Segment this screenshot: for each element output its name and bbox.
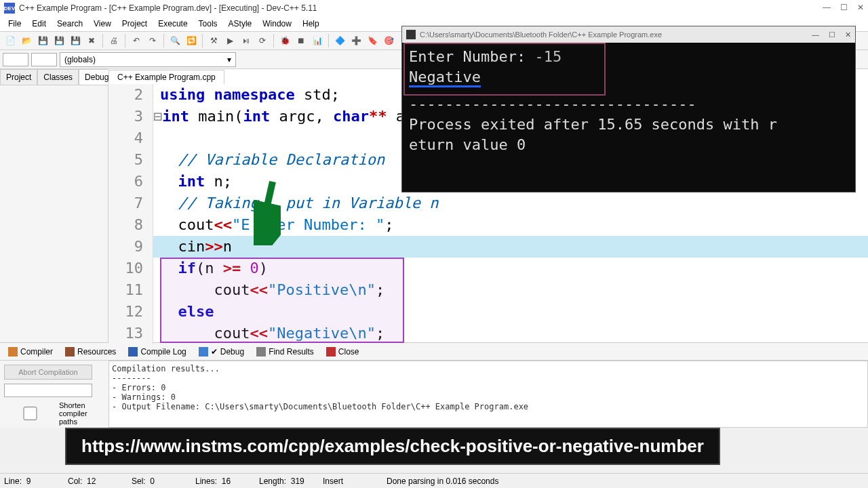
code-line[interactable]: 11 cout<<"Positive\n"; bbox=[108, 279, 868, 301]
console-window: C:\Users\smarty\Documents\Bluetooth Fold… bbox=[401, 26, 856, 192]
menu-view[interactable]: View bbox=[88, 18, 117, 30]
stop-icon[interactable]: ⏹ bbox=[294, 33, 309, 48]
compile-run-icon[interactable]: ⏯ bbox=[239, 33, 254, 48]
code-line[interactable]: 8 cout<<"E ter Number: "; bbox=[108, 214, 868, 236]
console-maximize-icon[interactable]: ☐ bbox=[829, 30, 835, 39]
console-minimize-icon[interactable]: — bbox=[812, 30, 819, 39]
find-icon[interactable]: 🔍 bbox=[167, 33, 182, 48]
console-prompt: Enter Number: bbox=[409, 48, 534, 65]
back-chip[interactable] bbox=[3, 53, 28, 66]
close-icon[interactable]: ✕ bbox=[857, 3, 864, 12]
compile-log-output[interactable]: Compilation results... -------- - Errors… bbox=[108, 361, 868, 428]
separator bbox=[163, 34, 164, 47]
tab-close[interactable]: Close bbox=[322, 346, 363, 358]
tab-resources[interactable]: Resources bbox=[61, 346, 120, 358]
maximize-icon[interactable]: ☐ bbox=[840, 3, 848, 12]
console-title-text: C:\Users\smarty\Documents\Bluetooth Fold… bbox=[420, 30, 662, 39]
compile-icon[interactable]: ⚒ bbox=[206, 33, 221, 48]
undo-icon[interactable]: ↶ bbox=[129, 33, 144, 48]
tab-find-results[interactable]: Find Results bbox=[252, 346, 318, 358]
print-icon[interactable]: 🖨 bbox=[106, 33, 121, 48]
console-exit-2: eturn value 0 bbox=[409, 135, 848, 155]
save-as-icon[interactable]: 💾 bbox=[68, 33, 83, 48]
tab-compile-log[interactable]: Compile Log bbox=[124, 346, 190, 358]
tab-debug[interactable]: ✔ Debug bbox=[195, 346, 248, 358]
code-line[interactable]: 10 if(n >= 0) bbox=[108, 258, 868, 279]
console-output[interactable]: Enter Number: -15 Negative -------------… bbox=[402, 43, 855, 159]
bottom-panel: Abort Compilation Shorten compiler paths… bbox=[0, 360, 868, 428]
open-icon[interactable]: 📂 bbox=[19, 33, 34, 48]
abort-compilation-button[interactable]: Abort Compilation bbox=[4, 365, 92, 380]
menu-edit[interactable]: Edit bbox=[26, 18, 52, 30]
new-file-icon[interactable]: 📄 bbox=[3, 33, 18, 48]
side-tab-project[interactable]: Project bbox=[0, 69, 37, 85]
separator bbox=[125, 34, 125, 47]
console-divider: -------------------------------- bbox=[409, 94, 848, 115]
bottom-panel-left: Abort Compilation Shorten compiler paths bbox=[0, 361, 108, 428]
menu-astyle[interactable]: AStyle bbox=[223, 18, 258, 30]
side-tab-classes[interactable]: Classes bbox=[37, 69, 79, 85]
save-all-icon[interactable]: 💾 bbox=[52, 33, 66, 48]
side-panel: Project Classes Debug bbox=[0, 69, 108, 342]
window-controls: — ☐ ✕ bbox=[823, 3, 864, 12]
url-banner: https://www.instms.com/cpp/examples/chec… bbox=[65, 428, 720, 465]
menu-project[interactable]: Project bbox=[117, 18, 153, 30]
file-tab-active[interactable]: C++ Example Program.cpp bbox=[108, 70, 224, 84]
console-icon bbox=[406, 30, 416, 39]
bookmark-icon[interactable]: 🔖 bbox=[365, 33, 380, 48]
app-icon: DEV bbox=[4, 3, 15, 14]
menu-execute[interactable]: Execute bbox=[153, 18, 193, 30]
title-text: C++ Example Program - [C++ Example Progr… bbox=[19, 3, 317, 13]
code-line[interactable]: 7 // Taking put in Variable n bbox=[108, 192, 868, 214]
compiler-filter-input[interactable] bbox=[4, 384, 92, 397]
profile-icon[interactable]: 📊 bbox=[310, 33, 325, 48]
run-icon[interactable]: ▶ bbox=[222, 33, 237, 48]
code-line[interactable]: 12 else bbox=[108, 301, 868, 323]
separator bbox=[202, 34, 203, 47]
tab-compiler[interactable]: Compiler bbox=[4, 346, 57, 358]
shorten-paths-checkbox[interactable]: Shorten compiler paths bbox=[4, 401, 104, 426]
insert-icon[interactable]: ➕ bbox=[349, 33, 363, 48]
redo-icon[interactable]: ↷ bbox=[145, 33, 160, 48]
console-result: Negative bbox=[409, 68, 481, 87]
menu-file[interactable]: File bbox=[3, 18, 26, 30]
menu-search[interactable]: Search bbox=[52, 18, 88, 30]
replace-icon[interactable]: 🔁 bbox=[184, 33, 199, 48]
goto-icon[interactable]: 🎯 bbox=[381, 33, 396, 48]
separator bbox=[273, 34, 274, 47]
titlebar: DEV C++ Example Program - [C++ Example P… bbox=[0, 0, 868, 16]
code-line[interactable]: 13 cout<<"Negative\n"; bbox=[108, 323, 868, 344]
minimize-icon[interactable]: — bbox=[823, 3, 831, 12]
menu-help[interactable]: Help bbox=[297, 18, 325, 30]
statusbar: Line: 9 Col: 12 Sel: 0 Lines: 16 Length:… bbox=[0, 473, 868, 488]
code-line[interactable]: 9 cin>>n bbox=[108, 236, 868, 258]
separator bbox=[102, 34, 103, 47]
debug-icon[interactable]: 🐞 bbox=[277, 33, 292, 48]
menu-window[interactable]: Window bbox=[257, 18, 297, 30]
new-class-icon[interactable]: 🔷 bbox=[332, 33, 347, 48]
scope-dropdown[interactable]: (globals)▾ bbox=[60, 52, 236, 67]
close-file-icon[interactable]: ✖ bbox=[84, 33, 99, 48]
forward-chip[interactable] bbox=[31, 53, 57, 66]
console-user-input: -15 bbox=[534, 48, 561, 65]
menu-tools[interactable]: Tools bbox=[193, 18, 223, 30]
rebuild-icon[interactable]: ⟳ bbox=[255, 33, 270, 48]
save-icon[interactable]: 💾 bbox=[35, 33, 50, 48]
separator bbox=[328, 34, 329, 47]
console-titlebar: C:\Users\smarty\Documents\Bluetooth Fold… bbox=[402, 26, 855, 43]
bottom-tabs: Compiler Resources Compile Log ✔ Debug F… bbox=[0, 342, 868, 360]
console-exit-1: Process exited after 15.65 seconds with … bbox=[409, 115, 848, 135]
console-close-icon[interactable]: ✕ bbox=[845, 30, 851, 39]
